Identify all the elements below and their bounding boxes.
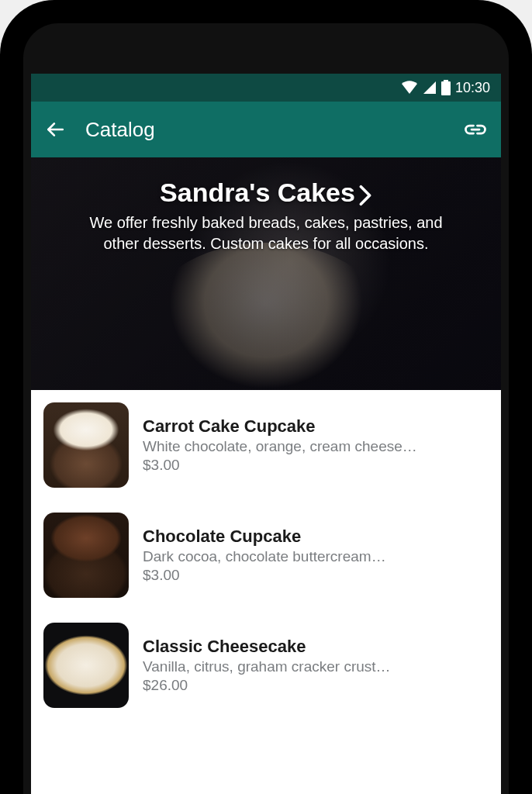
business-description: We offer freshly baked breads, cakes, pa… bbox=[80, 212, 452, 254]
app-bar-title: Catalog bbox=[85, 118, 444, 142]
product-description: White chocolate, orange, cream cheese… bbox=[143, 438, 489, 455]
product-item[interactable]: Chocolate Cupcake Dark cocoa, chocolate … bbox=[31, 500, 501, 610]
chevron-right-icon bbox=[358, 185, 372, 206]
product-price: $3.00 bbox=[143, 457, 489, 474]
status-time: 10:30 bbox=[455, 80, 490, 96]
svg-rect-1 bbox=[441, 81, 451, 95]
product-name: Classic Cheesecake bbox=[143, 637, 489, 657]
business-name: Sandra's Cakes bbox=[160, 178, 355, 208]
product-info: Chocolate Cupcake Dark cocoa, chocolate … bbox=[143, 513, 489, 598]
status-bar: 10:30 bbox=[31, 74, 501, 102]
link-button[interactable] bbox=[464, 118, 487, 141]
battery-icon bbox=[441, 80, 451, 95]
product-info: Carrot Cake Cupcake White chocolate, ora… bbox=[143, 402, 489, 488]
product-thumbnail bbox=[43, 513, 129, 598]
wifi-icon bbox=[401, 81, 418, 95]
signal-icon bbox=[423, 81, 437, 95]
product-name: Chocolate Cupcake bbox=[143, 526, 489, 547]
app-bar: Catalog bbox=[31, 102, 501, 157]
product-name: Carrot Cake Cupcake bbox=[143, 416, 489, 437]
product-item[interactable]: Carrot Cake Cupcake White chocolate, ora… bbox=[31, 390, 501, 500]
product-price: $26.00 bbox=[143, 677, 489, 694]
svg-rect-0 bbox=[444, 80, 448, 81]
product-item[interactable]: Classic Cheesecake Vanilla, citrus, grah… bbox=[31, 610, 501, 720]
product-info: Classic Cheesecake Vanilla, citrus, grah… bbox=[143, 623, 489, 708]
screen: 10:30 Catalog Sandra's Cakes bbox=[31, 74, 501, 794]
product-description: Vanilla, citrus, graham cracker crust… bbox=[143, 658, 489, 675]
product-description: Dark cocoa, chocolate buttercream… bbox=[143, 548, 489, 565]
product-thumbnail bbox=[43, 402, 129, 488]
phone-inner: 10:30 Catalog Sandra's Cakes bbox=[23, 23, 509, 794]
back-button[interactable] bbox=[45, 119, 65, 140]
hero-banner[interactable]: Sandra's Cakes We offer freshly baked br… bbox=[31, 157, 501, 390]
product-thumbnail bbox=[43, 623, 129, 708]
product-list: Carrot Cake Cupcake White chocolate, ora… bbox=[31, 390, 501, 720]
phone-frame: 10:30 Catalog Sandra's Cakes bbox=[0, 0, 532, 794]
product-price: $3.00 bbox=[143, 567, 489, 584]
hero-title-row: Sandra's Cakes bbox=[160, 178, 372, 212]
